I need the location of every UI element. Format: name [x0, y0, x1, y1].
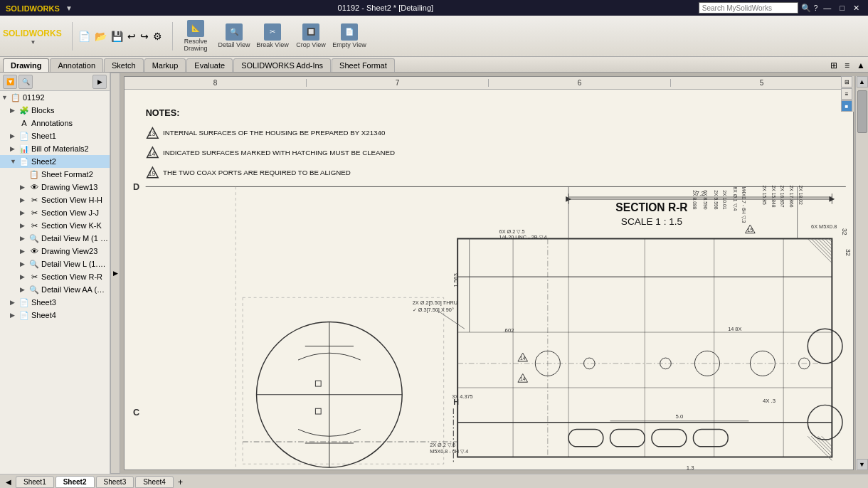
add-sheet-btn[interactable]: + [175, 477, 186, 487]
close-btn[interactable]: ✕ [850, 4, 862, 13]
daa-icon: 🔍 [28, 284, 40, 295]
sheet-tab-1[interactable]: Sheet1 [16, 476, 54, 488]
dim-32-text2: 32 [845, 249, 852, 256]
view-toggle-icon[interactable]: ⊞ [827, 59, 840, 72]
sf2-icon: 📋 [28, 169, 40, 180]
view-ctrl-3[interactable]: ■ [841, 100, 852, 112]
vertical-scrollbar[interactable]: ▲ ▼ [855, 76, 868, 470]
sidebar-item-bom[interactable]: ▶ 📊 Bill of Materials2 [0, 142, 110, 155]
tab-sketch[interactable]: Sketch [104, 58, 144, 72]
dim-4x3: 4X .3 [763, 398, 776, 404]
break-view-btn[interactable]: ✂ Break View [254, 18, 291, 54]
titlebar: SOLIDWORKS ▼ 01192 - Sheet2 * [Detailing… [0, 0, 868, 16]
sidebar-item-section-rr[interactable]: ▶ ✂ Section View R-R [0, 270, 110, 283]
sidebar-item-sheet1[interactable]: ▶ 📄 Sheet1 [0, 129, 110, 142]
save-icon[interactable]: 💾 [110, 29, 125, 43]
tab-evaluate[interactable]: Evaluate [186, 58, 233, 72]
drawing-area[interactable]: 8 7 6 5 D C NOTES: 13 INTERNAL SURFACES … [120, 73, 868, 474]
open-icon[interactable]: 📂 [93, 29, 108, 43]
search-icon[interactable]: 🔍 [801, 4, 811, 13]
sheet-tab-2[interactable]: Sheet2 [55, 476, 95, 488]
scroll-down-btn[interactable]: ▼ [857, 459, 868, 470]
sidebar-expand-btn[interactable]: ▶ [110, 73, 120, 474]
scroll-up-btn[interactable]: ▲ [857, 76, 868, 87]
dim-16857: 2X 16.857 [780, 185, 785, 207]
view-ctrl-2[interactable]: ≡ [841, 88, 852, 100]
sidebar-item-section-jj[interactable]: ▶ ✂ Section View J-J [0, 206, 110, 219]
sjj-arrow: ▶ [20, 209, 28, 216]
undo-icon[interactable]: ↩ [126, 29, 137, 43]
dim-8590: 6X 8.590 [703, 190, 708, 209]
bom-arrow: ▶ [10, 145, 18, 152]
dim-2xthru2: ✓ Ø.3[7.50] X 90° [413, 307, 454, 313]
tab-solidworks-addins[interactable]: SOLIDWORKS Add-Ins [233, 58, 331, 72]
sidebar-item-drawing-view23[interactable]: ▶ 👁 Drawing View23 [0, 245, 110, 258]
crop-view-btn[interactable]: 🔲 Crop View [292, 18, 329, 54]
resolve-drawing-btn[interactable]: 📐 Resolve Drawing [177, 18, 214, 54]
sheet2-icon: 📄 [18, 156, 30, 167]
sidebar-item-sheet2[interactable]: ▼ 📄 Sheet2 [0, 155, 110, 168]
tab-drawing[interactable]: Drawing [3, 58, 49, 72]
filter-icon[interactable]: 🔽 [3, 75, 17, 89]
search-input[interactable] [699, 2, 798, 14]
toolbar-separator-1 [72, 22, 73, 51]
sheet1-arrow: ▶ [10, 132, 18, 139]
redo-icon[interactable]: ↪ [139, 29, 150, 43]
sidebar-item-sheet-format2[interactable]: 📋 Sheet Format2 [0, 168, 110, 181]
sidebar-item-annotations[interactable]: A Annotations [0, 117, 110, 129]
search-tree-icon[interactable]: 🔍 [18, 75, 33, 89]
window-title: 01192 - Sheet2 * [Detailing] [338, 4, 434, 12]
sidebar-item-section-kk[interactable]: ▶ ✂ Section View K-K [0, 219, 110, 232]
sidebar-item-detail-m[interactable]: ▶ 🔍 Detail View M (1 : 1) [0, 232, 110, 245]
svg-text:SOLIDWORKS: SOLIDWORKS [6, 4, 60, 13]
tab-sheet-format[interactable]: Sheet Format [332, 58, 395, 72]
note15-num: 15 [149, 170, 156, 177]
dim-602: .602 [503, 327, 514, 334]
sidebar-item-drawing-view13[interactable]: ▶ 👁 Drawing View13 [0, 181, 110, 193]
minimize-btn[interactable]: — [820, 4, 834, 12]
tab-markup[interactable]: Markup [144, 58, 186, 72]
help-icon[interactable]: ? [814, 4, 818, 12]
sheet-tab-3[interactable]: Sheet3 [96, 476, 134, 488]
root-arrow: ▼ [1, 94, 10, 101]
bom-icon: 📊 [18, 143, 30, 154]
empty-view-btn[interactable]: 📄 Empty View [331, 18, 368, 54]
tab-annotation[interactable]: Annotation [50, 58, 103, 72]
dim-13: 1.3 [687, 465, 694, 470]
dv23-arrow: ▶ [20, 248, 28, 255]
sheet1-icon: 📄 [18, 130, 30, 142]
dim-3x4375: 3X 4.375 [452, 393, 472, 400]
sheet4-arrow: ▶ [10, 312, 18, 319]
skk-arrow: ▶ [20, 222, 28, 229]
expand-sidebar-icon[interactable]: ▶ [92, 75, 107, 89]
sidebar-item-section-hh[interactable]: ▶ ✂ Section View H-H [0, 193, 110, 206]
solidworks-logo: SOLIDWORKS ▼ [6, 2, 73, 14]
nav-prev-sheet[interactable]: ◀ [3, 478, 14, 486]
dim-1585: 2X 15.85 [762, 185, 767, 204]
sheet-tab-4[interactable]: Sheet4 [135, 476, 174, 488]
ribbon-tabs: Drawing Annotation Sketch Markup Evaluat… [0, 57, 868, 73]
options-icon[interactable]: ⚙ [152, 29, 164, 43]
sidebar-item-sheet3[interactable]: ▶ 📄 Sheet3 [0, 296, 110, 309]
sidebar-item-blocks[interactable]: ▶ 🧩 Blocks [0, 104, 110, 117]
sidebar-item-sheet4[interactable]: ▶ 📄 Sheet4 [0, 309, 110, 322]
scroll-thumb[interactable] [857, 90, 867, 133]
srr-icon: ✂ [28, 271, 40, 282]
view-list-icon[interactable]: ≡ [842, 59, 852, 72]
view-ctrl-1[interactable]: ⊞ [841, 76, 852, 87]
sidebar-item-detail-aa[interactable]: ▶ 🔍 Detail View AA (1 : 1) [0, 283, 110, 296]
tree-root[interactable]: ▼ 📋 01192 [0, 91, 110, 104]
new-icon[interactable]: 📄 [77, 29, 92, 43]
detail-view-btn[interactable]: 🔍 Detail View [216, 18, 253, 54]
maximize-btn[interactable]: □ [837, 4, 847, 12]
dim-50: 5.0 [676, 413, 684, 420]
sidebar-item-detail-l[interactable]: ▶ 🔍 Detail View L (1.5 : 1) [0, 258, 110, 270]
sheet3-icon: 📄 [18, 297, 30, 308]
dim-15848: 2X 15.848 [771, 185, 776, 207]
ribbon-toggle-icon[interactable]: ▲ [854, 59, 868, 72]
ruler-col-7: 7 [307, 79, 489, 87]
note13-num: 13 [149, 130, 156, 137]
note13-text: INTERNAL SURFACES OF THE HOUSING BE PREP… [163, 129, 386, 137]
solidworks-brand: SOLIDWORKS ▼ [3, 26, 63, 46]
sheet-tabs: ◀ Sheet1 Sheet2 Sheet3 Sheet4 + [0, 474, 868, 488]
